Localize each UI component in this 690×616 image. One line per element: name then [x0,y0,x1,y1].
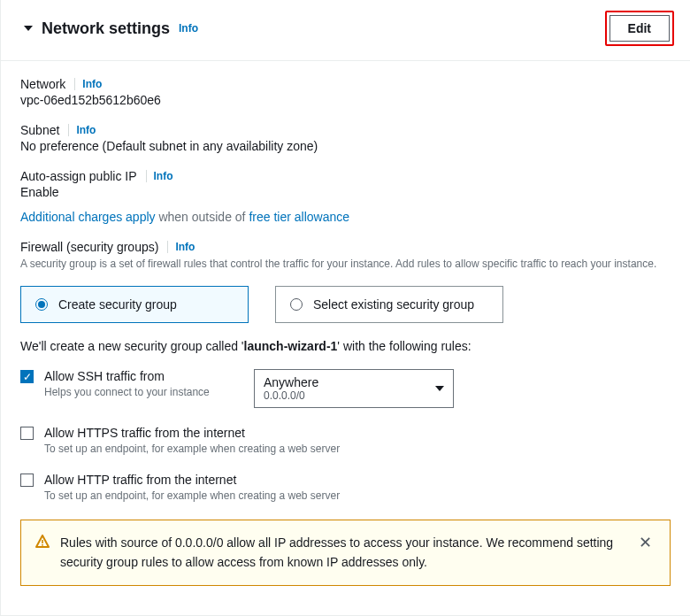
close-icon[interactable]: ✕ [635,533,656,552]
network-settings-panel: Network settings Info Edit Network Info … [0,0,690,616]
header-left: Network settings Info [24,19,198,38]
existing-sg-label: Select existing security group [313,297,474,312]
svg-rect-0 [42,540,43,543]
charges-mid: when outside of [156,210,249,224]
ssh-desc: Helps you connect to your instance [44,386,243,398]
collapse-caret-icon[interactable] [24,26,33,31]
firewall-label: Firewall (security groups) [20,240,158,254]
dropdown-subvalue: 0.0.0.0/0 [264,389,318,402]
warning-banner: Rules with source of 0.0.0.0/0 allow all… [20,520,671,586]
additional-charges-link[interactable]: Additional charges apply [20,210,156,224]
radio-icon [35,298,48,311]
edit-button-highlight: Edit [605,11,674,46]
https-block: Allow HTTPS traffic from the internet To… [20,426,671,455]
firewall-desc: A security group is a set of firewall ru… [20,256,671,272]
https-label: Allow HTTPS traffic from the internet [44,426,671,440]
radio-icon [290,298,303,311]
firewall-info-link[interactable]: Info [175,241,195,253]
chevron-down-icon [435,386,444,391]
network-info-link[interactable]: Info [82,78,102,90]
free-tier-link[interactable]: free tier allowance [249,210,349,224]
http-label: Allow HTTP traffic from the internet [44,473,671,487]
existing-sg-radio[interactable]: Select existing security group [275,286,503,323]
ssh-checkbox[interactable]: ✓ [20,370,34,383]
https-desc: To set up an endpoint, for example when … [44,443,671,455]
firewall-label-row: Firewall (security groups) Info [20,240,671,254]
ssh-block: ✓ Allow SSH traffic from Helps you conne… [20,369,671,408]
http-desc: To set up an endpoint, for example when … [44,489,671,502]
public-ip-info-link[interactable]: Info [154,170,173,182]
sg-radio-group: Create security group Select existing se… [20,286,671,323]
svg-rect-1 [42,544,43,546]
panel-header: Network settings Info Edit [1,0,690,61]
warning-text: Rules with source of 0.0.0.0/0 allow all… [60,533,625,573]
charges-line: Additional charges apply when outside of… [20,210,671,224]
header-info-link[interactable]: Info [179,22,198,35]
dropdown-value: Anywhere [264,375,318,389]
subnet-value: No preference (Default subnet in any ava… [20,139,671,153]
http-checkbox[interactable] [20,474,34,487]
create-sg-radio[interactable]: Create security group [20,286,249,323]
network-label-row: Network Info [20,77,671,91]
sg-note: We'll create a new security group called… [20,339,671,353]
network-label: Network [20,77,65,91]
public-ip-label-row: Auto-assign public IP Info [20,169,671,183]
ssh-label: Allow SSH traffic from [44,369,243,383]
http-block: Allow HTTP traffic from the internet To … [20,473,671,502]
public-ip-label: Auto-assign public IP [20,169,137,183]
https-checkbox[interactable] [20,427,34,440]
subnet-label-row: Subnet Info [20,123,671,137]
subnet-info-link[interactable]: Info [76,124,96,136]
sg-name: launch-wizard-1 [244,339,338,353]
panel-title: Network settings [42,19,170,38]
checkmark-icon: ✓ [23,372,32,382]
subnet-label: Subnet [20,123,59,137]
public-ip-value: Enable [20,185,671,199]
ssh-source-dropdown[interactable]: Anywhere 0.0.0.0/0 [254,369,454,408]
edit-button[interactable]: Edit [610,15,670,42]
panel-body: Network Info vpc-06ed152b5612b60e6 Subne… [1,61,690,602]
warning-icon [35,535,50,551]
network-value: vpc-06ed152b5612b60e6 [20,93,671,107]
create-sg-label: Create security group [58,297,177,312]
